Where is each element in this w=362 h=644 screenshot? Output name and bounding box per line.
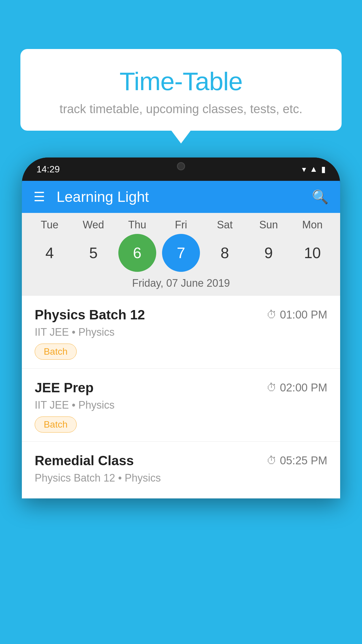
day-labels: Tue Wed Thu Fri Sat Sun Mon (22, 219, 340, 231)
notch (149, 158, 213, 175)
schedule-item-3-time: ⏱ 05:25 PM (266, 454, 327, 467)
schedule-item-3[interactable]: Remedial Class ⏱ 05:25 PM Physics Batch … (22, 442, 340, 498)
day-label-sat: Sat (206, 219, 244, 231)
day-8[interactable]: 8 (206, 234, 244, 272)
schedule-item-3-header: Remedial Class ⏱ 05:25 PM (35, 453, 327, 468)
day-label-wed: Wed (74, 219, 112, 231)
day-numbers: 4 5 6 7 8 9 10 (22, 234, 340, 272)
day-9[interactable]: 9 (250, 234, 288, 272)
phone-wrapper: 14:29 ▾ ▲ ▮ ☰ Learning Light 🔍 Tue Wed T… (22, 158, 340, 644)
schedule-item-1-title: Physics Batch 12 (35, 307, 145, 323)
schedule-item-2-sub: IIT JEE • Physics (35, 399, 327, 411)
wifi-icon: ▾ (302, 164, 306, 174)
search-icon[interactable]: 🔍 (312, 189, 328, 205)
tooltip-title: Time-Table (41, 66, 321, 96)
signal-icon: ▲ (310, 164, 318, 174)
app-title: Learning Light (57, 188, 312, 205)
day-label-sun: Sun (250, 219, 288, 231)
hamburger-icon[interactable]: ☰ (34, 190, 45, 203)
schedule-item-1-sub: IIT JEE • Physics (35, 326, 327, 338)
day-label-fri: Fri (162, 219, 200, 231)
schedule-container: Physics Batch 12 ⏱ 01:00 PM IIT JEE • Ph… (22, 296, 340, 498)
calendar-strip: Tue Wed Thu Fri Sat Sun Mon 4 5 6 7 8 9 … (22, 213, 340, 296)
battery-icon: ▮ (321, 164, 326, 174)
day-4[interactable]: 4 (31, 234, 68, 272)
status-bar: 14:29 ▾ ▲ ▮ (22, 158, 340, 181)
day-label-mon: Mon (294, 219, 331, 231)
day-10[interactable]: 10 (294, 234, 331, 272)
clock-icon-2: ⏱ (266, 382, 277, 394)
status-time: 14:29 (36, 164, 60, 175)
clock-icon-1: ⏱ (266, 309, 277, 321)
selected-date: Friday, 07 June 2019 (22, 272, 340, 296)
phone-frame: 14:29 ▾ ▲ ▮ ☰ Learning Light 🔍 Tue Wed T… (22, 158, 340, 498)
schedule-item-3-title: Remedial Class (35, 453, 134, 468)
batch-tag-2: Batch (35, 416, 77, 433)
schedule-item-2-header: JEE Prep ⏱ 02:00 PM (35, 380, 327, 396)
day-label-tue: Tue (31, 219, 68, 231)
schedule-item-2[interactable]: JEE Prep ⏱ 02:00 PM IIT JEE • Physics Ba… (22, 369, 340, 442)
day-5[interactable]: 5 (74, 234, 112, 272)
schedule-item-1[interactable]: Physics Batch 12 ⏱ 01:00 PM IIT JEE • Ph… (22, 296, 340, 369)
camera (177, 162, 185, 170)
schedule-item-2-time: ⏱ 02:00 PM (266, 382, 327, 394)
day-label-thu: Thu (118, 219, 156, 231)
schedule-item-1-header: Physics Batch 12 ⏱ 01:00 PM (35, 307, 327, 323)
status-icons: ▾ ▲ ▮ (302, 164, 326, 174)
clock-icon-3: ⏱ (266, 454, 277, 467)
schedule-item-1-time: ⏱ 01:00 PM (266, 309, 327, 321)
schedule-item-2-title: JEE Prep (35, 380, 94, 396)
batch-tag-1: Batch (35, 344, 77, 360)
day-6-today[interactable]: 6 (118, 234, 156, 272)
schedule-item-3-sub: Physics Batch 12 • Physics (35, 472, 327, 484)
tooltip-card: Time-Table track timetable, upcoming cla… (20, 49, 342, 131)
tooltip-subtitle: track timetable, upcoming classes, tests… (41, 102, 321, 116)
app-header: ☰ Learning Light 🔍 (22, 181, 340, 213)
day-7-selected[interactable]: 7 (162, 234, 200, 272)
